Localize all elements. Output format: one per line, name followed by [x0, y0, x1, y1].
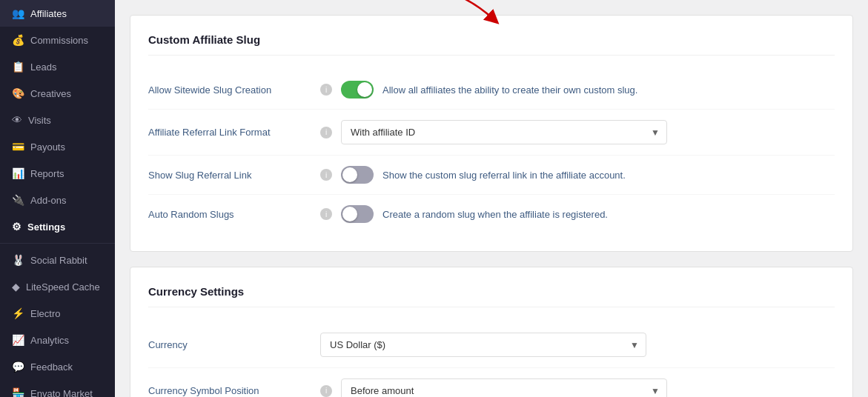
reports-icon: 📊: [12, 167, 24, 179]
currency-symbol-info[interactable]: i: [320, 385, 332, 397]
allow-sitewide-description: Allow all affiliates the ability to crea…: [382, 84, 835, 96]
referral-link-select-wrapper: With affiliate ID With affiliate slug Wi…: [341, 120, 667, 144]
currency-select-wrapper: US Dollar ($) Euro (€) British Pound (£)…: [320, 333, 646, 357]
sidebar-item-electro[interactable]: ⚡ Electro: [0, 300, 115, 327]
referral-link-format-label: Affiliate Referral Link Format: [148, 127, 311, 138]
show-slug-toggle[interactable]: [341, 166, 374, 184]
referral-link-info[interactable]: i: [320, 127, 332, 139]
payouts-icon: 💳: [12, 141, 24, 153]
sidebar-item-feedback[interactable]: 💬 Feedback: [0, 353, 115, 380]
allow-sitewide-label: Allow Sitewide Slug Creation: [148, 84, 311, 96]
sidebar-item-leads[interactable]: 📋 Leads: [0, 53, 115, 80]
show-slug-row: Show Slug Referral Link i Show the custo…: [148, 156, 835, 195]
sidebar-item-payouts[interactable]: 💳 Payouts: [0, 133, 115, 160]
currency-settings-card: Currency Settings Currency US Dollar ($)…: [130, 267, 853, 397]
currency-select[interactable]: US Dollar ($) Euro (€) British Pound (£): [320, 333, 646, 357]
divider: [0, 243, 115, 244]
auto-random-slugs-description: Create a random slug when the affiliate …: [382, 209, 835, 220]
sidebar-item-litespeed[interactable]: ◆ LiteSpeed Cache: [0, 273, 115, 300]
custom-slug-title: Custom Affiliate Slug: [148, 33, 835, 56]
sidebar-item-analytics[interactable]: 📈 Analytics: [0, 327, 115, 353]
sidebar: 👥 Affiliates 💰 Commissions 📋 Leads 🎨 Cre…: [0, 0, 115, 397]
auto-random-slugs-toggle[interactable]: [341, 205, 374, 223]
referral-link-format-row: Affiliate Referral Link Format i With af…: [148, 110, 835, 156]
currency-settings-title: Currency Settings: [148, 285, 835, 307]
electro-icon: ⚡: [12, 307, 24, 319]
sidebar-item-settings[interactable]: ⚙ Settings: [0, 213, 115, 240]
sidebar-item-visits[interactable]: 👁 Visits: [0, 107, 115, 133]
sidebar-item-creatives[interactable]: 🎨 Creatives: [0, 80, 115, 107]
main-content: Custom Affiliate Slug Allow Sitewide Slu…: [115, 0, 868, 397]
currency-row: Currency US Dollar ($) Euro (€) British …: [148, 322, 835, 368]
feedback-icon: 💬: [12, 361, 24, 373]
creatives-icon: 🎨: [12, 87, 24, 99]
currency-label: Currency: [148, 339, 311, 350]
allow-sitewide-row: Allow Sitewide Slug Creation i Allow all…: [148, 70, 835, 110]
annotation-arrow: [412, 0, 508, 27]
sidebar-item-affiliates[interactable]: 👥 Affiliates: [0, 0, 115, 27]
allow-sitewide-toggle[interactable]: [341, 81, 374, 99]
currency-symbol-position-select[interactable]: Before amount After amount: [341, 378, 667, 397]
allow-sitewide-info[interactable]: i: [320, 84, 332, 96]
custom-slug-card: Custom Affiliate Slug Allow Sitewide Slu…: [130, 15, 853, 252]
referral-link-format-select[interactable]: With affiliate ID With affiliate slug Wi…: [341, 120, 667, 144]
currency-symbol-position-label: Currency Symbol Position: [148, 385, 311, 396]
sidebar-item-reports[interactable]: 📊 Reports: [0, 160, 115, 187]
show-slug-info[interactable]: i: [320, 169, 332, 181]
auto-random-slugs-info[interactable]: i: [320, 208, 332, 220]
settings-icon: ⚙: [12, 221, 21, 233]
currency-symbol-position-row: Currency Symbol Position i Before amount…: [148, 368, 835, 397]
social-rabbit-icon: 🐰: [12, 254, 24, 266]
affiliates-icon: 👥: [12, 7, 24, 19]
sidebar-item-social-rabbit[interactable]: 🐰 Social Rabbit: [0, 247, 115, 273]
currency-symbol-position-select-wrapper: Before amount After amount ▼: [341, 378, 667, 397]
visits-icon: 👁: [12, 114, 22, 126]
leads-icon: 📋: [12, 61, 24, 73]
commissions-icon: 💰: [12, 34, 24, 46]
addons-icon: 🔌: [12, 194, 24, 206]
sidebar-item-addons[interactable]: 🔌 Add-ons: [0, 187, 115, 213]
sidebar-item-commissions[interactable]: 💰 Commissions: [0, 27, 115, 53]
auto-random-slugs-row: Auto Random Slugs i Create a random slug…: [148, 195, 835, 233]
show-slug-label: Show Slug Referral Link: [148, 170, 311, 181]
auto-random-slugs-label: Auto Random Slugs: [148, 209, 311, 220]
envato-icon: 🏪: [12, 387, 24, 397]
litespeed-icon: ◆: [12, 281, 20, 293]
analytics-icon: 📈: [12, 334, 24, 346]
show-slug-description: Show the custom slug referral link in th…: [382, 170, 835, 181]
sidebar-item-envato[interactable]: 🏪 Envato Market: [0, 380, 115, 397]
